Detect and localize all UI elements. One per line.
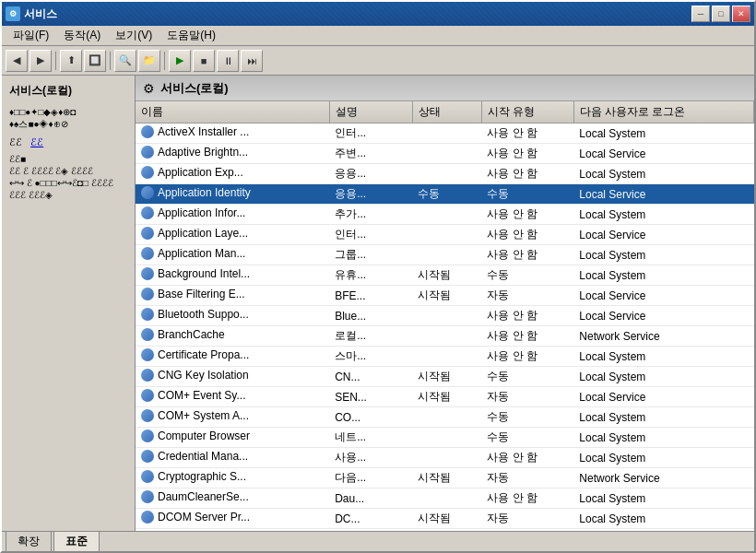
service-start-type: 사용 안 함 — [481, 205, 573, 225]
tab-standard[interactable]: 표준 — [53, 531, 100, 551]
up-button[interactable]: ⬆ — [60, 50, 82, 72]
service-icon — [141, 348, 154, 361]
service-status — [412, 225, 481, 245]
col-status[interactable]: 상태 — [412, 101, 481, 124]
menu-help[interactable]: 도움말(H) — [159, 26, 223, 45]
service-logon: Local System — [573, 428, 753, 448]
service-start-type: 사용 안 함 — [481, 164, 573, 184]
service-status — [412, 488, 481, 509]
service-logon: Local System — [573, 245, 753, 265]
service-status: 시작됨 — [412, 286, 481, 306]
services-panel: ⚙ 서비스(로컬) 이름 설명 상태 시작 유형 다음 사용자로 로그온 — [136, 76, 754, 531]
table-row[interactable]: Bluetooth Suppo...Blue...사용 안 함Local Ser… — [136, 306, 754, 326]
table-row[interactable]: Application Infor...추가...사용 안 함Local Sys… — [136, 205, 754, 225]
table-row[interactable]: ActiveX Installer ...인터...사용 안 함Local Sy… — [136, 124, 754, 144]
service-icon — [141, 146, 154, 159]
table-row[interactable]: Background Intel...유휴...시작됨수동Local Syste… — [136, 265, 754, 286]
search-button[interactable]: 🔍 — [114, 50, 136, 72]
services-table-container[interactable]: 이름 설명 상태 시작 유형 다음 사용자로 로그온 ActiveX Insta… — [136, 101, 754, 531]
service-status — [412, 306, 481, 326]
service-status: 시작됨 — [412, 367, 481, 387]
services-header-title: 서비스(로컬) — [160, 80, 229, 97]
close-button[interactable]: ✕ — [732, 6, 750, 22]
service-name: BranchCache — [158, 328, 225, 341]
table-row[interactable]: Computer Browser네트...수동Local System — [136, 428, 754, 448]
title-bar: ⚙ 서비스 ─ □ ✕ — [2, 2, 754, 26]
table-row[interactable]: Credential Mana...사용...사용 안 함Local Syste… — [136, 448, 754, 468]
restart-button[interactable]: ⏭ — [241, 50, 263, 72]
table-row[interactable]: Certificate Propa...스마...사용 안 함Local Sys… — [136, 347, 754, 367]
menu-action[interactable]: 동작(A) — [56, 26, 108, 45]
service-icon — [141, 490, 154, 503]
service-name: Computer Browser — [158, 429, 250, 442]
service-logon: Local System — [573, 347, 753, 367]
service-name: Adaptive Brightn... — [158, 146, 248, 159]
maximize-button[interactable]: □ — [712, 6, 730, 22]
service-icon — [141, 186, 154, 199]
service-desc: CO... — [329, 407, 412, 428]
stop-button[interactable]: ■ — [193, 50, 215, 72]
col-start-type[interactable]: 시작 유형 — [481, 101, 573, 124]
service-logon: Network Service — [573, 326, 753, 347]
table-row[interactable]: CNG Key IsolationCN...시작됨수동Local System — [136, 367, 754, 387]
table-row[interactable]: COM+ System A...CO...수동Local System — [136, 407, 754, 428]
table-row[interactable]: BranchCache로컬...사용 안 함Network Service — [136, 326, 754, 347]
service-start-type: 수동 — [481, 265, 573, 286]
table-row[interactable]: DaumCleanerSe...Dau...사용 안 함Local System — [136, 488, 754, 509]
table-row[interactable]: Adaptive Brightn...주변...사용 안 함Local Serv… — [136, 144, 754, 164]
col-name[interactable]: 이름 — [136, 101, 329, 124]
service-desc: 그룹... — [329, 245, 412, 265]
service-name: Cryptographic S... — [158, 470, 246, 483]
menu-view[interactable]: 보기(V) — [108, 26, 159, 45]
tab-expand[interactable]: 확장 — [6, 531, 52, 551]
service-desc: 다음... — [329, 468, 412, 488]
play-button[interactable]: ▶ — [169, 50, 191, 72]
service-icon — [141, 166, 154, 179]
service-status: 시작됨 — [412, 468, 481, 488]
service-name: Application Exp... — [158, 166, 243, 179]
service-logon: Local System — [573, 205, 753, 225]
table-row[interactable]: Base Filtering E...BFE...시작됨자동Local Serv… — [136, 286, 754, 306]
table-row[interactable]: DCOM Server Pr...DC...시작됨자동Local System — [136, 509, 754, 529]
service-icon — [141, 247, 154, 260]
app-icon: ⚙ — [6, 6, 20, 21]
back-button[interactable]: ◀ — [6, 50, 28, 72]
table-row[interactable]: Application Laye...인터...사용 안 함Local Serv… — [136, 225, 754, 245]
table-row[interactable]: Application Identity응용...수동수동Local Servi… — [136, 184, 754, 205]
sidebar-link[interactable]: ℰℰ — [30, 136, 43, 147]
forward-button[interactable]: ▶ — [30, 50, 52, 72]
table-row[interactable]: Application Man...그룹...사용 안 함Local Syste… — [136, 245, 754, 265]
service-start-type: 수동 — [481, 184, 573, 205]
menu-file[interactable]: 파일(F) — [6, 26, 56, 45]
service-status — [412, 428, 481, 448]
table-row[interactable]: Cryptographic S...다음...시작됨자동Network Serv… — [136, 468, 754, 488]
service-desc: 사용... — [329, 448, 412, 468]
title-bar-left: ⚙ 서비스 — [6, 6, 57, 22]
col-logon[interactable]: 다음 사용자로 로그온 — [573, 101, 753, 124]
table-row[interactable]: COM+ Event Sy...SEN...시작됨자동Local Service — [136, 387, 754, 407]
service-logon: Local System — [573, 124, 753, 144]
service-name: CNG Key Isolation — [158, 369, 249, 382]
services-header-icon: ⚙ — [143, 81, 155, 96]
service-logon: Local Service — [573, 144, 753, 164]
service-name: ActiveX Installer ... — [158, 125, 249, 138]
service-start-type: 수동 — [481, 407, 573, 428]
service-name: COM+ System A... — [158, 409, 249, 422]
col-desc[interactable]: 설명 — [329, 101, 412, 124]
menu-bar: 파일(F) 동작(A) 보기(V) 도움말(H) — [2, 26, 754, 46]
toolbar-separator-2 — [110, 52, 111, 70]
toolbar-separator-3 — [164, 52, 165, 70]
service-name: Application Identity — [158, 186, 251, 199]
show-hide-button[interactable]: 🔲 — [84, 50, 106, 72]
table-body: ActiveX Installer ...인터...사용 안 함Local Sy… — [136, 124, 754, 532]
service-status — [412, 347, 481, 367]
service-logon: Local System — [573, 488, 753, 509]
service-logon: Local System — [573, 509, 753, 529]
table-row[interactable]: Application Exp...응용...사용 안 함Local Syste… — [136, 164, 754, 184]
pause-button[interactable]: ⏸ — [217, 50, 239, 72]
folder-button[interactable]: 📁 — [138, 50, 160, 72]
service-desc: Blue... — [329, 306, 412, 326]
minimize-button[interactable]: ─ — [691, 6, 710, 22]
service-start-type: 사용 안 함 — [481, 448, 573, 468]
title-controls: ─ □ ✕ — [691, 6, 750, 22]
